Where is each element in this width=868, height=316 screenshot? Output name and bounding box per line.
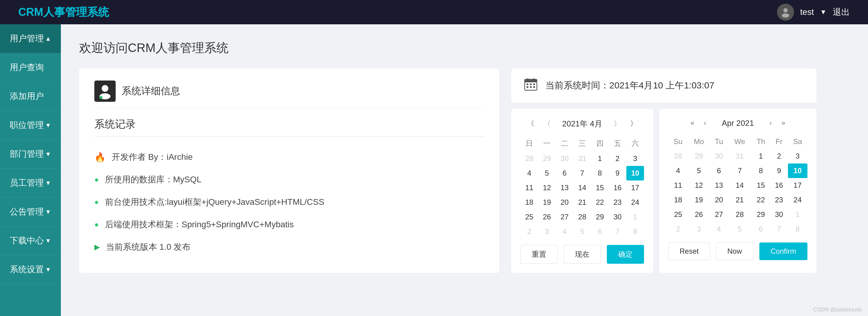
cal-cell-5-4[interactable]: 6 bbox=[751, 222, 770, 236]
cal-cell-4-2[interactable]: 27 bbox=[556, 210, 574, 224]
cal-cell-5-0[interactable]: 2 bbox=[521, 224, 538, 239]
sidebar-item-announcement-management[interactable]: 公告管理 ▼ bbox=[0, 198, 61, 226]
cal-cell-0-6[interactable]: 3 bbox=[788, 149, 807, 164]
cal-en-now-button[interactable]: Now bbox=[716, 243, 753, 260]
cal-cell-2-0[interactable]: 11 bbox=[521, 180, 538, 195]
cal-cell-2-4[interactable]: 15 bbox=[591, 180, 609, 195]
sidebar-item-department-management[interactable]: 部门管理 ▼ bbox=[0, 140, 61, 169]
cal-cell-2-1[interactable]: 12 bbox=[538, 180, 556, 195]
cal-cell-3-2[interactable]: 20 bbox=[556, 195, 574, 210]
cal-cell-1-3[interactable]: 7 bbox=[574, 166, 591, 180]
cal-cell-5-4[interactable]: 6 bbox=[591, 224, 609, 239]
cal-cell-1-0[interactable]: 4 bbox=[521, 166, 538, 180]
cal-cell-1-4[interactable]: 8 bbox=[751, 164, 770, 178]
cal-cell-3-6[interactable]: 24 bbox=[788, 192, 807, 207]
cal-cell-2-0[interactable]: 11 bbox=[668, 178, 688, 192]
sidebar-item-position-management[interactable]: 职位管理 ▼ bbox=[0, 111, 61, 140]
cal-cell-3-3[interactable]: 21 bbox=[728, 192, 752, 207]
cal-cell-1-6[interactable]: 10 bbox=[626, 166, 644, 180]
cal-cell-3-5[interactable]: 23 bbox=[770, 192, 788, 207]
cal-cell-3-4[interactable]: 22 bbox=[751, 192, 770, 207]
cal-cell-5-5[interactable]: 7 bbox=[609, 224, 626, 239]
cal-en-prev-month[interactable]: ‹ bbox=[702, 118, 709, 128]
cal-cn-now-button[interactable]: 现在 bbox=[564, 245, 601, 264]
cal-cell-1-5[interactable]: 9 bbox=[770, 164, 788, 178]
cal-cell-0-2[interactable]: 30 bbox=[710, 149, 728, 164]
cal-cell-4-4[interactable]: 29 bbox=[751, 207, 770, 222]
cal-cell-5-6[interactable]: 8 bbox=[626, 224, 644, 239]
sidebar-item-system-settings[interactable]: 系统设置 ▼ bbox=[0, 255, 61, 284]
cal-cell-0-6[interactable]: 3 bbox=[626, 151, 644, 166]
cal-cell-5-1[interactable]: 3 bbox=[688, 222, 710, 236]
cal-cell-2-3[interactable]: 14 bbox=[574, 180, 591, 195]
sidebar-item-download-center[interactable]: 下载中心 ▼ bbox=[0, 226, 61, 255]
cal-cell-1-6[interactable]: 10 bbox=[788, 164, 807, 178]
cal-cell-0-0[interactable]: 28 bbox=[521, 151, 538, 166]
cal-cell-1-2[interactable]: 6 bbox=[556, 166, 574, 180]
cal-cell-1-0[interactable]: 4 bbox=[668, 164, 688, 178]
cal-en-reset-button[interactable]: Reset bbox=[668, 243, 710, 260]
cal-cn-prev-year[interactable]: 《 bbox=[525, 118, 536, 130]
cal-cell-1-5[interactable]: 9 bbox=[609, 166, 626, 180]
cal-cell-5-5[interactable]: 7 bbox=[770, 222, 788, 236]
cal-cell-5-3[interactable]: 5 bbox=[574, 224, 591, 239]
cal-cell-1-4[interactable]: 8 bbox=[591, 166, 609, 180]
cal-cell-3-1[interactable]: 19 bbox=[538, 195, 556, 210]
cal-en-confirm-button[interactable]: Confirm bbox=[760, 243, 807, 260]
cal-cell-2-1[interactable]: 12 bbox=[688, 178, 710, 192]
cal-cell-1-2[interactable]: 6 bbox=[710, 164, 728, 178]
cal-cell-2-4[interactable]: 15 bbox=[751, 178, 770, 192]
cal-cell-0-3[interactable]: 31 bbox=[728, 149, 752, 164]
sidebar-item-user-management[interactable]: 用户管理 ▲ bbox=[0, 24, 61, 53]
cal-cell-4-4[interactable]: 29 bbox=[591, 210, 609, 224]
cal-cell-4-0[interactable]: 25 bbox=[521, 210, 538, 224]
cal-cell-4-5[interactable]: 30 bbox=[770, 207, 788, 222]
cal-cell-5-6[interactable]: 8 bbox=[788, 222, 807, 236]
cal-cn-reset-button[interactable]: 重置 bbox=[521, 245, 558, 264]
cal-cell-4-0[interactable]: 25 bbox=[668, 207, 688, 222]
cal-cell-2-5[interactable]: 16 bbox=[770, 178, 788, 192]
cal-cell-1-1[interactable]: 5 bbox=[688, 164, 710, 178]
cal-cell-5-2[interactable]: 4 bbox=[556, 224, 574, 239]
cal-cell-2-3[interactable]: 14 bbox=[728, 178, 752, 192]
cal-cell-0-1[interactable]: 29 bbox=[538, 151, 556, 166]
cal-cell-4-3[interactable]: 28 bbox=[574, 210, 591, 224]
cal-cell-4-1[interactable]: 26 bbox=[688, 207, 710, 222]
cal-cn-next-year[interactable]: 》 bbox=[628, 118, 640, 130]
cal-cell-5-2[interactable]: 4 bbox=[710, 222, 728, 236]
cal-cell-3-1[interactable]: 19 bbox=[688, 192, 710, 207]
cal-cell-2-2[interactable]: 13 bbox=[710, 178, 728, 192]
cal-cell-1-3[interactable]: 7 bbox=[728, 164, 752, 178]
cal-cell-4-1[interactable]: 26 bbox=[538, 210, 556, 224]
cal-cell-4-2[interactable]: 27 bbox=[710, 207, 728, 222]
cal-cell-2-5[interactable]: 16 bbox=[609, 180, 626, 195]
cal-cell-3-4[interactable]: 22 bbox=[591, 195, 609, 210]
cal-cell-3-5[interactable]: 23 bbox=[609, 195, 626, 210]
sidebar-item-add-user[interactable]: 添加用户 bbox=[0, 82, 61, 111]
cal-cell-3-0[interactable]: 18 bbox=[521, 195, 538, 210]
sidebar-item-employee-management[interactable]: 员工管理 ▼ bbox=[0, 169, 61, 198]
cal-en-next-month[interactable]: › bbox=[767, 118, 774, 128]
cal-cell-2-6[interactable]: 17 bbox=[626, 180, 644, 195]
cal-en-prev-year[interactable]: « bbox=[688, 118, 696, 128]
cal-cell-5-3[interactable]: 5 bbox=[728, 222, 752, 236]
cal-cell-5-1[interactable]: 3 bbox=[538, 224, 556, 239]
cal-en-next-year[interactable]: » bbox=[779, 118, 788, 128]
user-dropdown-icon[interactable]: ▼ bbox=[820, 8, 827, 16]
cal-cn-prev-month[interactable]: 〈 bbox=[541, 118, 553, 130]
cal-cell-3-6[interactable]: 24 bbox=[626, 195, 644, 210]
cal-cell-0-5[interactable]: 2 bbox=[609, 151, 626, 166]
cal-cell-5-0[interactable]: 2 bbox=[668, 222, 688, 236]
logout-button[interactable]: 退出 bbox=[833, 6, 850, 18]
cal-cell-0-5[interactable]: 2 bbox=[770, 149, 788, 164]
cal-cn-next-month[interactable]: 〉 bbox=[612, 118, 623, 130]
cal-cn-confirm-button[interactable]: 确定 bbox=[607, 245, 644, 264]
cal-cell-4-6[interactable]: 1 bbox=[788, 207, 807, 222]
cal-cell-2-2[interactable]: 13 bbox=[556, 180, 574, 195]
cal-cell-3-3[interactable]: 21 bbox=[574, 195, 591, 210]
cal-cell-4-6[interactable]: 1 bbox=[626, 210, 644, 224]
sidebar-item-user-query[interactable]: 用户查询 bbox=[0, 53, 61, 82]
cal-cell-0-3[interactable]: 31 bbox=[574, 151, 591, 166]
cal-cell-3-2[interactable]: 20 bbox=[710, 192, 728, 207]
cal-cell-0-4[interactable]: 1 bbox=[591, 151, 609, 166]
